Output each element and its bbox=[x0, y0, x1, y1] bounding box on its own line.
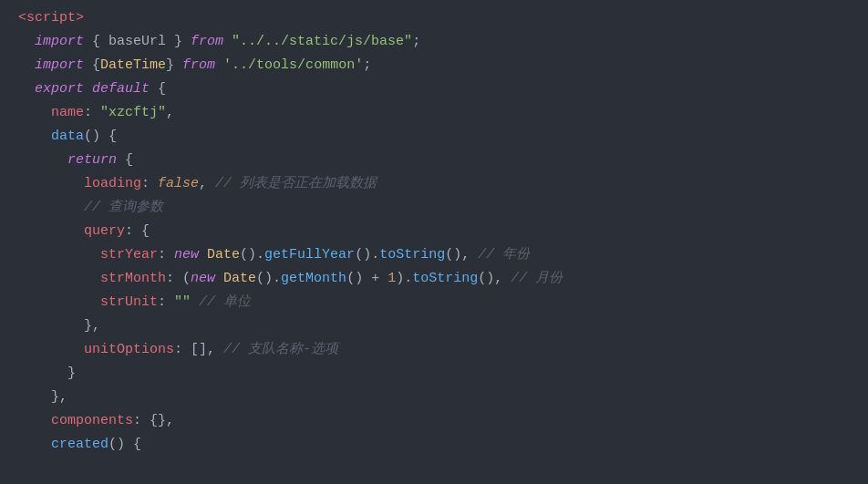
code-token: Date bbox=[223, 271, 256, 286]
code-token bbox=[18, 57, 35, 73]
code-token bbox=[191, 294, 199, 310]
code-token bbox=[18, 247, 100, 263]
code-token: strUnit bbox=[100, 294, 158, 310]
code-token bbox=[18, 437, 51, 452]
code-token: { baseUrl } bbox=[84, 34, 191, 49]
code-token: (). bbox=[355, 247, 379, 263]
code-token: () + bbox=[346, 271, 388, 286]
code-token: "../../static/js/base" bbox=[232, 34, 412, 49]
code-token: 1 bbox=[388, 271, 396, 286]
code-token: : bbox=[84, 105, 100, 120]
code-token bbox=[18, 389, 51, 405]
code-token: default bbox=[92, 81, 150, 97]
code-token: ). bbox=[396, 271, 412, 286]
code-token: loading bbox=[84, 176, 141, 191]
code-token bbox=[18, 200, 84, 215]
code-token: }, bbox=[51, 389, 67, 405]
code-token: getFullYear bbox=[264, 247, 355, 263]
code-token: ; bbox=[363, 57, 371, 73]
code-token bbox=[84, 81, 92, 97]
code-token: import bbox=[35, 34, 84, 49]
code-token: () { bbox=[108, 437, 141, 452]
code-line: export default { bbox=[0, 78, 868, 102]
code-token bbox=[215, 271, 223, 286]
code-token: : bbox=[158, 294, 174, 310]
code-token: from bbox=[182, 57, 215, 73]
code-token: "" bbox=[174, 294, 191, 310]
code-line: }, bbox=[0, 315, 868, 339]
code-token: { bbox=[117, 152, 133, 168]
code-line: unitOptions: [], // 支队名称-选项 bbox=[0, 339, 868, 363]
code-token: toString bbox=[379, 247, 445, 263]
code-token: (). bbox=[240, 247, 264, 263]
code-token bbox=[18, 34, 35, 49]
code-token bbox=[18, 366, 67, 381]
code-token: : bbox=[158, 247, 174, 263]
code-token: created bbox=[51, 437, 108, 452]
code-token: false bbox=[158, 176, 199, 191]
code-token: export bbox=[35, 81, 84, 97]
code-token bbox=[199, 247, 207, 263]
code-token: // 支队名称-选项 bbox=[223, 342, 338, 357]
code-token: new bbox=[191, 271, 215, 286]
code-line: import {DateTime} from '../tools/common'… bbox=[0, 55, 868, 78]
code-token: { bbox=[150, 81, 166, 97]
code-token bbox=[18, 413, 51, 428]
code-token: DateTime bbox=[100, 57, 166, 73]
code-line: <script> bbox=[0, 7, 868, 31]
code-token: }, bbox=[84, 318, 100, 334]
code-token: ; bbox=[412, 34, 420, 49]
code-token: , bbox=[199, 176, 215, 191]
code-token: '../tools/common' bbox=[223, 57, 363, 73]
code-token: , bbox=[166, 105, 174, 120]
code-token: from bbox=[191, 34, 223, 49]
code-line: name: "xzcftj", bbox=[0, 102, 868, 126]
code-token bbox=[18, 129, 51, 144]
code-line: components: {}, bbox=[0, 410, 868, 434]
code-token: return bbox=[67, 152, 117, 168]
code-token: (). bbox=[256, 271, 281, 286]
code-token bbox=[18, 294, 100, 310]
code-token: toString bbox=[412, 271, 478, 286]
code-token: (), bbox=[478, 271, 511, 286]
code-token bbox=[18, 152, 67, 168]
code-token: } bbox=[67, 366, 76, 381]
code-token: components bbox=[51, 413, 133, 428]
code-token bbox=[18, 176, 84, 191]
code-line: import { baseUrl } from "../../static/js… bbox=[0, 31, 868, 55]
code-token: // 列表是否正在加载数据 bbox=[215, 176, 377, 191]
code-line: // 查询参数 bbox=[0, 197, 868, 221]
code-token: getMonth bbox=[281, 271, 346, 286]
code-token: strYear bbox=[100, 247, 158, 263]
code-token: new bbox=[174, 247, 199, 263]
code-token: : bbox=[141, 176, 158, 191]
code-token: : ( bbox=[166, 271, 191, 286]
code-token: name bbox=[51, 105, 84, 120]
code-token bbox=[223, 34, 232, 49]
code-line: }, bbox=[0, 386, 868, 410]
code-token bbox=[18, 81, 35, 97]
code-line: strUnit: "" // 单位 bbox=[0, 292, 868, 315]
code-line: strYear: new Date().getFullYear().toStri… bbox=[0, 244, 868, 268]
code-token: <script> bbox=[18, 10, 84, 26]
code-token: } bbox=[166, 57, 182, 73]
code-token bbox=[18, 342, 84, 357]
code-token: // 单位 bbox=[199, 294, 251, 310]
code-line: loading: false, // 列表是否正在加载数据 bbox=[0, 173, 868, 197]
code-token: // 查询参数 bbox=[84, 200, 163, 215]
code-token: // 月份 bbox=[511, 271, 563, 286]
code-token: data bbox=[51, 129, 84, 144]
code-token: { bbox=[84, 57, 100, 73]
code-token: : {}, bbox=[133, 413, 174, 428]
code-token bbox=[215, 57, 223, 73]
code-token: : { bbox=[125, 223, 150, 239]
code-editor: <script> import { baseUrl } from "../../… bbox=[0, 0, 868, 484]
code-token bbox=[18, 223, 84, 239]
code-line: query: { bbox=[0, 221, 868, 244]
code-line: created() { bbox=[0, 434, 868, 458]
code-token: query bbox=[84, 223, 125, 239]
code-token bbox=[18, 318, 84, 334]
code-token: "xzcftj" bbox=[100, 105, 166, 120]
code-token bbox=[18, 271, 100, 286]
code-token: import bbox=[35, 57, 84, 73]
